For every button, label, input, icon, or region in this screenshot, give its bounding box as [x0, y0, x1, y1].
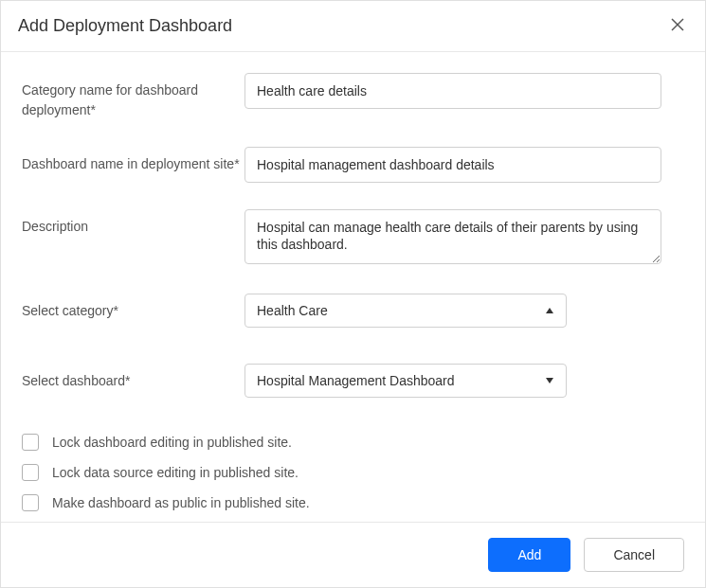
- category-name-input[interactable]: [244, 73, 661, 109]
- description-wrap: [244, 209, 661, 267]
- description-row: Description: [22, 209, 684, 267]
- add-deployment-dashboard-dialog: Add Deployment Dashboard Category name f…: [0, 0, 706, 588]
- close-icon: [671, 18, 684, 34]
- lock-dashboard-row: Lock dashboard editing in published site…: [22, 434, 684, 451]
- svg-marker-3: [546, 378, 553, 383]
- lock-datasource-row: Lock data source editing in published si…: [22, 464, 684, 481]
- caret-down-icon: [545, 376, 554, 385]
- select-dashboard-wrap: Hospital Management Dashboard: [244, 364, 661, 398]
- caret-up-icon: [545, 306, 554, 315]
- checkbox-group: Lock dashboard editing in published site…: [22, 434, 684, 511]
- close-button[interactable]: [667, 14, 688, 38]
- select-dashboard-dropdown[interactable]: Hospital Management Dashboard: [244, 364, 567, 398]
- select-dashboard-row: Select dashboard* Hospital Management Da…: [22, 364, 684, 398]
- dialog-title: Add Deployment Dashboard: [18, 16, 232, 36]
- lock-datasource-label[interactable]: Lock data source editing in published si…: [52, 465, 299, 480]
- dashboard-name-input[interactable]: [244, 147, 661, 183]
- category-name-label: Category name for dashboard deployment*: [22, 73, 244, 120]
- dashboard-name-wrap: [244, 147, 661, 183]
- make-public-row: Make dashboard as public in published si…: [22, 494, 684, 511]
- make-public-label[interactable]: Make dashboard as public in published si…: [52, 495, 310, 510]
- dialog-body: Category name for dashboard deployment* …: [1, 52, 705, 522]
- select-dashboard-label: Select dashboard*: [22, 364, 244, 391]
- description-label: Description: [22, 209, 244, 237]
- category-name-wrap: [244, 73, 661, 109]
- dialog-header: Add Deployment Dashboard: [1, 1, 705, 52]
- lock-datasource-checkbox[interactable]: [22, 464, 39, 481]
- dialog-footer: Add Cancel: [1, 522, 705, 587]
- select-dashboard-value: Hospital Management Dashboard: [257, 373, 455, 388]
- select-category-dropdown[interactable]: Health Care: [244, 294, 567, 328]
- lock-dashboard-checkbox[interactable]: [22, 434, 39, 451]
- select-category-wrap: Health Care: [244, 294, 661, 328]
- svg-marker-2: [546, 308, 553, 313]
- select-category-label: Select category*: [22, 294, 244, 321]
- dashboard-name-label: Dashboard name in deployment site*: [22, 147, 244, 174]
- category-name-row: Category name for dashboard deployment*: [22, 73, 684, 120]
- select-category-row: Select category* Health Care: [22, 294, 684, 328]
- cancel-button[interactable]: Cancel: [584, 538, 684, 572]
- description-textarea[interactable]: [244, 209, 661, 264]
- make-public-checkbox[interactable]: [22, 494, 39, 511]
- dashboard-name-row: Dashboard name in deployment site*: [22, 147, 684, 183]
- add-button[interactable]: Add: [488, 538, 570, 572]
- select-category-value: Health Care: [257, 303, 328, 318]
- lock-dashboard-label[interactable]: Lock dashboard editing in published site…: [52, 435, 292, 450]
